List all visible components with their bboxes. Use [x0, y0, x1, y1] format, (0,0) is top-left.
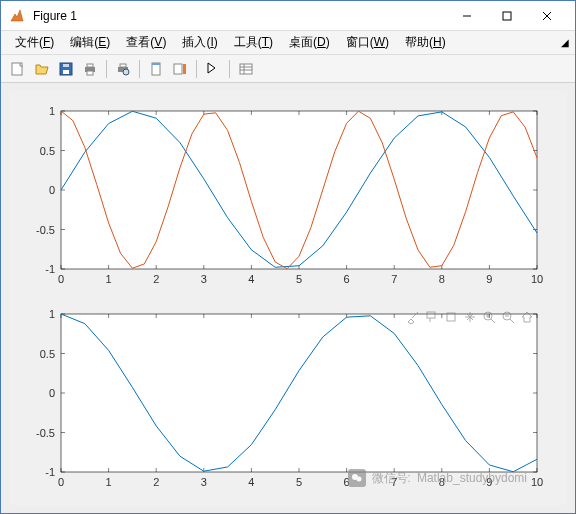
toolbar-separator	[139, 60, 140, 78]
zoom-out-icon[interactable]	[500, 309, 516, 325]
svg-point-130	[356, 477, 361, 482]
menubar-dropdown-icon[interactable]: ◢	[561, 37, 569, 48]
maximize-button[interactable]	[487, 2, 527, 30]
axes-top[interactable]: 012345678910-1-0.500.51	[19, 103, 549, 293]
matlab-icon	[9, 8, 25, 24]
svg-rect-12	[120, 64, 126, 67]
figure-window: Figure 1 文件(F)编辑(E)查看(V)插入(I)工具(T)桌面(D)窗…	[0, 0, 576, 514]
svg-text:2: 2	[153, 476, 159, 488]
svg-text:0: 0	[58, 476, 64, 488]
svg-text:-0.5: -0.5	[36, 427, 55, 439]
wechat-icon	[348, 469, 366, 487]
svg-text:0: 0	[49, 387, 55, 399]
svg-rect-121	[447, 313, 455, 321]
zoom-in-icon[interactable]	[481, 309, 497, 325]
print-preview-button[interactable]	[112, 58, 134, 80]
svg-text:10: 10	[531, 476, 543, 488]
minimize-button[interactable]	[447, 2, 487, 30]
svg-text:4: 4	[248, 476, 254, 488]
svg-text:-0.5: -0.5	[36, 224, 55, 236]
open-button[interactable]	[31, 58, 53, 80]
watermark-id: Matlab_studybydomi	[417, 471, 527, 485]
menu-d[interactable]: 桌面(D)	[281, 32, 338, 53]
svg-text:3: 3	[201, 273, 207, 285]
svg-rect-7	[63, 64, 69, 67]
svg-text:9: 9	[486, 273, 492, 285]
menu-w[interactable]: 窗口(W)	[338, 32, 397, 53]
menu-i[interactable]: 插入(I)	[174, 32, 225, 53]
insert-colorbar-button[interactable]	[169, 58, 191, 80]
save-button[interactable]	[55, 58, 77, 80]
titlebar: Figure 1	[1, 1, 575, 31]
svg-text:10: 10	[531, 273, 543, 285]
toolbar-separator	[106, 60, 107, 78]
menu-h[interactable]: 帮助(H)	[397, 32, 454, 53]
svg-rect-6	[63, 70, 69, 74]
svg-text:-1: -1	[45, 263, 55, 275]
axes-bottom[interactable]: 012345678910-1-0.500.51	[19, 306, 549, 496]
property-inspector-button[interactable]	[235, 58, 257, 80]
svg-rect-71	[61, 314, 537, 472]
svg-line-127	[510, 319, 514, 323]
close-button[interactable]	[527, 2, 567, 30]
svg-text:0.5: 0.5	[40, 348, 55, 360]
link-plot-button[interactable]	[145, 58, 167, 80]
figure-area: 012345678910-1-0.500.51 012345678910-1-0…	[1, 83, 575, 513]
svg-text:2: 2	[153, 273, 159, 285]
svg-rect-18	[240, 64, 252, 74]
svg-text:8: 8	[439, 273, 445, 285]
svg-rect-15	[152, 63, 160, 65]
toolbar	[1, 55, 575, 83]
svg-rect-1	[503, 12, 511, 20]
menu-f[interactable]: 文件(F)	[7, 32, 62, 53]
svg-text:7: 7	[391, 273, 397, 285]
axes-toolbar	[405, 309, 535, 325]
menu-v[interactable]: 查看(V)	[118, 32, 174, 53]
svg-text:0: 0	[49, 184, 55, 196]
menubar: 文件(F)编辑(E)查看(V)插入(I)工具(T)桌面(D)窗口(W)帮助(H)…	[1, 31, 575, 55]
svg-text:1: 1	[49, 308, 55, 320]
window-title: Figure 1	[33, 9, 447, 23]
svg-rect-22	[61, 111, 537, 269]
figure-background: 012345678910-1-0.500.51 012345678910-1-0…	[9, 91, 567, 505]
new-figure-button[interactable]	[7, 58, 29, 80]
brush-icon[interactable]	[405, 309, 421, 325]
toolbar-separator	[196, 60, 197, 78]
svg-text:-1: -1	[45, 466, 55, 478]
rotate-icon[interactable]	[443, 309, 459, 325]
menu-e[interactable]: 编辑(E)	[62, 32, 118, 53]
svg-rect-10	[87, 71, 93, 75]
restore-view-icon[interactable]	[519, 309, 535, 325]
watermark: 微信号: Matlab_studybydomi	[348, 469, 527, 487]
svg-text:1: 1	[106, 476, 112, 488]
svg-point-13	[123, 69, 129, 75]
svg-rect-120	[427, 312, 435, 318]
svg-text:1: 1	[49, 105, 55, 117]
print-button[interactable]	[79, 58, 101, 80]
svg-text:6: 6	[344, 273, 350, 285]
svg-text:0.5: 0.5	[40, 145, 55, 157]
svg-text:1: 1	[106, 273, 112, 285]
svg-text:5: 5	[296, 476, 302, 488]
svg-rect-16	[174, 64, 182, 74]
edit-plot-button[interactable]	[202, 58, 224, 80]
pan-icon[interactable]	[462, 309, 478, 325]
svg-text:3: 3	[201, 476, 207, 488]
watermark-prefix: 微信号:	[372, 470, 411, 487]
datatip-icon[interactable]	[424, 309, 440, 325]
svg-rect-17	[183, 64, 186, 74]
menu-t[interactable]: 工具(T)	[226, 32, 281, 53]
svg-line-123	[491, 319, 495, 323]
svg-text:5: 5	[296, 273, 302, 285]
svg-rect-9	[87, 64, 93, 67]
toolbar-separator	[229, 60, 230, 78]
svg-text:0: 0	[58, 273, 64, 285]
svg-text:4: 4	[248, 273, 254, 285]
